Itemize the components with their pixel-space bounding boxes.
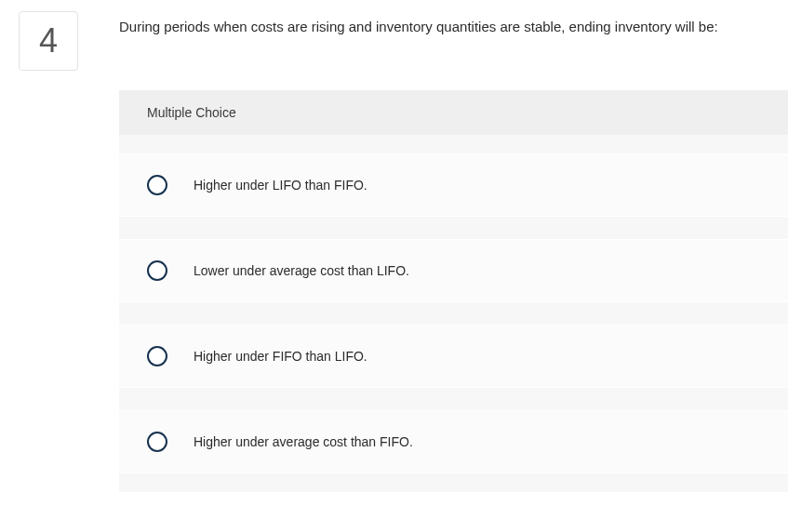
question-number-box: 4 <box>19 11 78 71</box>
option-4[interactable]: Higher under average cost than FIFO. <box>119 410 788 473</box>
option-2[interactable]: Lower under average cost than LIFO. <box>119 239 788 302</box>
question-body: During periods when costs are rising and… <box>119 11 788 492</box>
option-text: Higher under FIFO than LIFO. <box>194 349 367 364</box>
question-number: 4 <box>39 21 58 60</box>
option-text: Lower under average cost than LIFO. <box>194 263 409 278</box>
radio-icon <box>147 260 167 281</box>
option-1[interactable]: Higher under LIFO than FIFO. <box>119 153 788 217</box>
option-3[interactable]: Higher under FIFO than LIFO. <box>119 325 788 388</box>
multiple-choice-header: Multiple Choice <box>119 90 788 135</box>
radio-icon <box>147 175 167 195</box>
question-text: During periods when costs are rising and… <box>119 17 788 38</box>
radio-icon <box>147 346 167 366</box>
radio-icon <box>147 432 167 452</box>
option-text: Higher under LIFO than FIFO. <box>194 178 367 193</box>
options-list: Higher under LIFO than FIFO. Lower under… <box>119 135 788 492</box>
option-text: Higher under average cost than FIFO. <box>194 434 413 449</box>
multiple-choice-container: Multiple Choice Higher under LIFO than F… <box>119 90 788 492</box>
question-wrapper: 4 During periods when costs are rising a… <box>0 0 788 492</box>
